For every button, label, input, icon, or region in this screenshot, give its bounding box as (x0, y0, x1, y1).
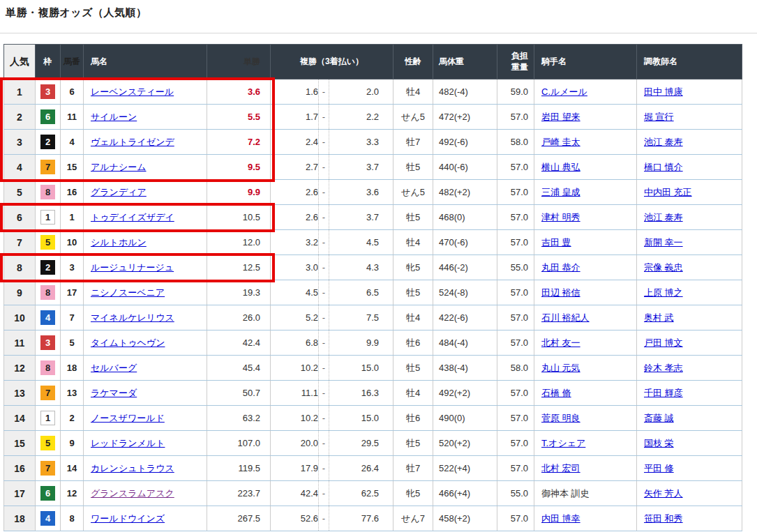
trainer-link[interactable]: 池江 泰寿 (644, 137, 683, 147)
jockey-cell: 丸山 元気 (534, 356, 637, 381)
horse-name-link[interactable]: カレンシュトラウス (91, 463, 174, 473)
jockey-link[interactable]: 石川 裕紀人 (541, 312, 590, 323)
frame-number-badge: 2 (40, 260, 55, 275)
trainer-link[interactable]: 笹田 和秀 (644, 513, 683, 524)
popularity-rank-cell: 15 (4, 431, 36, 456)
popularity-rank-cell: 8 (4, 255, 36, 280)
place-odds-high: 2.2 (329, 105, 394, 129)
trainer-cell: 池江 泰寿 (637, 130, 742, 155)
place-odds-separator: - (318, 431, 329, 455)
trainer-link[interactable]: 橋口 慎介 (644, 162, 683, 172)
horse-name-link[interactable]: ラケマーダ (91, 388, 137, 398)
place-odds-cell: 10.2-15.0 (271, 406, 394, 431)
trainer-link[interactable]: 鈴木 孝志 (644, 363, 683, 373)
horse-name-link[interactable]: マイネルケレリウス (91, 312, 174, 323)
trainer-link[interactable]: 奥村 武 (644, 312, 674, 323)
trainer-link[interactable]: 平田 修 (644, 463, 674, 473)
place-odds-high: 62.5 (329, 481, 394, 506)
frame-cell: 3 (36, 330, 61, 356)
win-odds-cell: 45.4 (207, 356, 271, 381)
horse-name-cell: ワールドウインズ (84, 506, 207, 531)
horse-name-link[interactable]: グランディア (91, 187, 147, 197)
horse-name-link[interactable]: グランスラムアスク (91, 488, 174, 499)
horse-name-link[interactable]: ワールドウインズ (91, 513, 165, 524)
load-weight-cell: 58.0 (497, 356, 534, 381)
place-odds-low: 2.4 (271, 130, 318, 154)
jockey-link[interactable]: C.ルメール (541, 86, 587, 97)
trainer-link[interactable]: 新開 幸一 (644, 237, 683, 248)
jockey-link[interactable]: 横山 典弘 (541, 162, 580, 172)
jockey-link[interactable]: 北村 友一 (541, 337, 580, 348)
sex-age-cell: 牝5 (394, 255, 433, 280)
place-odds-cell: 52.6-77.6 (271, 506, 394, 531)
jockey-link[interactable]: 戸崎 圭太 (541, 137, 580, 147)
horse-name-link[interactable]: ヴェルトライゼンデ (91, 137, 174, 147)
load-weight-cell: 57.0 (497, 105, 534, 130)
horse-name-link[interactable]: アルナシーム (91, 162, 147, 172)
horse-name-link[interactable]: ルージュリナージュ (91, 262, 174, 273)
table-row: 16 7 14 カレンシュトラウス 119.5 17.9-26.4 牡7 522… (4, 456, 742, 481)
horse-number-cell: 16 (61, 180, 84, 205)
win-odds-cell: 26.0 (207, 305, 271, 330)
trainer-link[interactable]: 宗像 義忠 (644, 262, 683, 273)
horse-name-link[interactable]: レッドランメルト (91, 438, 165, 448)
trainer-link[interactable]: 戸田 博文 (644, 337, 683, 348)
place-odds-low: 11.1 (271, 381, 318, 405)
column-header: 馬名 (84, 45, 207, 79)
trainer-link[interactable]: 上原 博之 (644, 287, 683, 298)
odds-page: 単勝・複勝オッズ（人気順） 人気枠馬番馬名単勝複勝（3着払い）性齢馬体重負担 重… (0, 0, 757, 532)
trainer-cell: 奥村 武 (637, 305, 742, 330)
jockey-link[interactable]: 石橋 脩 (541, 388, 571, 398)
horse-name-link[interactable]: セルバーグ (91, 363, 137, 373)
place-odds-low: 20.0 (271, 431, 318, 455)
jockey-link[interactable]: 丸田 恭介 (541, 262, 580, 273)
win-odds-cell: 10.5 (207, 205, 271, 230)
horse-name-link[interactable]: トゥデイイズザデイ (91, 212, 174, 222)
table-row: 3 2 4 ヴェルトライゼンデ 7.2 2.4-3.3 牡7 492(-6) 5… (4, 130, 742, 155)
place-odds-separator: - (318, 305, 329, 330)
win-odds-cell: 7.2 (207, 130, 271, 155)
horse-name-link[interactable]: シルトホルン (91, 237, 147, 248)
frame-number-badge: 2 (40, 135, 55, 149)
popularity-rank-cell: 1 (4, 79, 36, 105)
jockey-link[interactable]: 三浦 皇成 (541, 187, 580, 197)
horse-number-cell: 11 (61, 105, 84, 130)
place-odds-high: 3.3 (329, 130, 394, 154)
jockey-cell: T.オシェア (534, 431, 637, 456)
horse-weight-cell: 470(-6) (433, 230, 497, 255)
jockey-cell: 吉田 豊 (534, 230, 637, 255)
horse-name-link[interactable]: ニシノスーベニア (91, 287, 165, 298)
jockey-link[interactable]: 内田 博幸 (541, 513, 580, 524)
trainer-link[interactable]: 堀 宣行 (644, 112, 674, 122)
horse-name-link[interactable]: ノースザワールド (91, 413, 165, 423)
jockey-cell: 菅原 明良 (534, 406, 637, 431)
horse-name-link[interactable]: レーベンスティール (91, 86, 174, 97)
trainer-link[interactable]: 田中 博康 (644, 86, 683, 97)
trainer-link[interactable]: 中内田 充正 (644, 187, 692, 197)
place-odds-low: 4.5 (271, 280, 318, 305)
trainer-link[interactable]: 国枝 栄 (644, 438, 674, 448)
jockey-cell: 田辺 裕信 (534, 280, 637, 305)
jockey-link[interactable]: 吉田 豊 (541, 237, 571, 248)
jockey-link[interactable]: 丸山 元気 (541, 363, 580, 373)
win-odds-cell: 12.5 (207, 255, 271, 280)
jockey-link[interactable]: 田辺 裕信 (541, 287, 580, 298)
trainer-link[interactable]: 矢作 芳人 (644, 488, 683, 499)
horse-name-link[interactable]: タイムトゥヘヴン (91, 337, 165, 348)
frame-cell: 2 (36, 255, 61, 280)
horse-name-link[interactable]: サイルーン (91, 112, 137, 122)
horse-number-cell: 6 (61, 79, 84, 105)
column-header: 馬体重 (433, 45, 497, 79)
jockey-link[interactable]: 北村 宏司 (541, 463, 580, 473)
jockey-link[interactable]: 津村 明秀 (541, 212, 580, 222)
horse-weight-cell: 520(+2) (433, 431, 497, 456)
trainer-link[interactable]: 池江 泰寿 (644, 212, 683, 222)
sex-age-cell: 牡4 (394, 381, 433, 406)
place-odds-cell: 1.7-2.2 (271, 105, 394, 130)
trainer-link[interactable]: 斎藤 誠 (644, 413, 674, 423)
jockey-link[interactable]: 菅原 明良 (541, 413, 580, 423)
place-odds-separator: - (318, 481, 329, 506)
jockey-link[interactable]: T.オシェア (541, 438, 585, 448)
jockey-link[interactable]: 岩田 望来 (541, 112, 580, 122)
trainer-link[interactable]: 千田 輝彦 (644, 388, 683, 398)
